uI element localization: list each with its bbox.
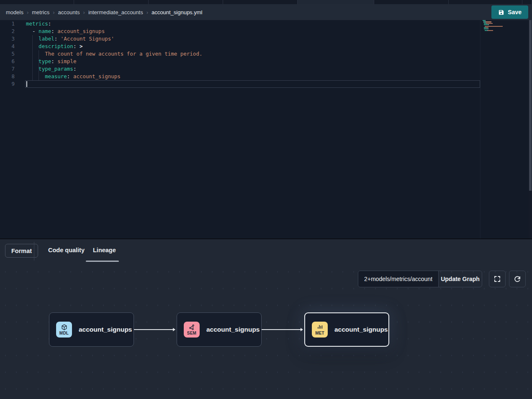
code-line[interactable]: type: simple [26,58,480,65]
code-token [26,36,39,42]
save-button[interactable]: Save [491,5,528,19]
format-button[interactable]: Format [5,244,38,258]
lineage-toolbar: Update Graph [358,271,526,287]
code-token: measure [45,73,67,79]
badge-label: SEM [187,331,196,335]
code-line[interactable]: - name: account_signups [26,28,480,35]
badge-label: MDL [59,331,69,335]
line-number: 8 [0,73,26,80]
top-tab[interactable] [0,0,74,4]
breadcrumb-item[interactable]: account_signups.yml [152,9,202,15]
code-line[interactable]: metrics: [26,20,480,28]
top-tab[interactable] [149,0,223,4]
top-tab[interactable] [223,0,298,4]
lineage-node-met[interactable]: METaccount_signups [304,312,389,347]
code-token: 'Account Signups' [61,36,114,42]
line-number: 3 [0,35,26,43]
ide-screen: models›metrics›accounts›intermediate_acc… [0,0,532,399]
lineage-edge [134,329,175,330]
code-token [26,66,39,72]
bottom-panel: Format Code quality Lineage Update Graph [0,238,532,399]
cube-icon [61,324,68,331]
minimap-line [483,21,529,22]
code-token: : [67,73,73,79]
selector-input[interactable] [358,271,438,287]
selector-group: Update Graph [358,271,482,287]
breadcrumb: models›metrics›accounts›intermediate_acc… [6,9,202,15]
breadcrumb-separator-icon: › [53,9,54,15]
code-token: type_params [39,66,73,72]
minimap-line [483,27,529,28]
code-line[interactable]: type_params: [26,65,480,73]
breadcrumb-item[interactable]: metrics [32,9,49,15]
code-token: account_signups [57,28,105,34]
code-line[interactable]: label: 'Account Signups' [26,35,480,43]
top-tab[interactable] [449,0,522,4]
code-token: : [54,36,61,42]
lineage-edge [262,329,303,330]
fullscreen-button[interactable] [489,271,506,287]
line-number: 6 [0,58,26,65]
minimap-line [483,28,529,29]
line-number: 4 [0,43,26,50]
code-token: : [73,66,77,72]
badge-label: MET [315,331,324,335]
code-token: : [51,28,57,34]
tab-lineage[interactable]: Lineage [93,247,116,253]
code-line[interactable] [26,80,480,88]
code-token: - [26,28,39,34]
code-editor[interactable]: 123456789 metrics: - name: account_signu… [0,20,532,238]
breadcrumb-separator-icon: › [83,9,85,15]
code-token: name [39,28,51,34]
breadcrumb-separator-icon: › [146,9,148,15]
code-token: : [73,43,80,49]
semantic-layer-icon [188,324,195,331]
metric-chart-icon [316,324,324,331]
tabrow-divider [34,242,34,261]
breadcrumb-item[interactable]: intermediate_accounts [88,9,143,15]
code-token: type [39,58,51,64]
save-label: Save [508,9,522,15]
breadcrumb-item[interactable]: models [6,9,23,15]
line-number: 7 [0,65,26,73]
lineage-node-mdl[interactable]: MDLaccount_signups [49,312,134,347]
active-tab-underline [86,261,119,262]
code-line[interactable]: The count of new accounts for a given ti… [26,50,480,58]
breadcrumb-bar: models›metrics›accounts›intermediate_acc… [0,4,532,20]
code-token: account_signups [73,73,121,79]
code-token [26,73,45,79]
editor-scrollbar[interactable] [529,20,532,238]
minimap-line [483,26,529,27]
code-token: description [39,43,73,49]
minimap-line [483,20,529,21]
code-token: : [51,58,57,64]
minimap-line [483,23,529,24]
top-tab[interactable] [74,0,149,4]
editor-scrollbar-thumb[interactable] [529,20,532,191]
code-line[interactable]: measure: account_signups [26,73,480,80]
code-token: : [48,20,51,27]
top-tab[interactable] [374,0,449,4]
code-line[interactable]: description: > [26,43,480,50]
top-tab[interactable] [298,0,374,4]
code-token: simple [57,58,76,64]
code-token [26,43,39,49]
code-token [26,58,39,64]
code-content[interactable]: metrics: - name: account_signups label: … [26,20,480,88]
cube-badge: MDL [56,322,72,338]
minimap[interactable] [480,20,529,238]
code-token: The count of new accounts for a given ti… [26,51,202,57]
line-number: 2 [0,28,26,35]
breadcrumb-item[interactable]: accounts [58,9,80,15]
update-graph-button[interactable]: Update Graph [438,271,482,287]
editor-gutter: 123456789 [0,20,26,88]
breadcrumb-separator-icon: › [27,9,28,15]
top-tab[interactable] [522,0,532,4]
refresh-button[interactable] [509,271,526,287]
lineage-node-sem[interactable]: SEMaccount_signups [177,312,262,347]
refresh-icon [514,275,521,283]
save-icon [498,9,504,15]
panel-tab-row: Format Code quality Lineage [0,239,532,263]
tab-code-quality[interactable]: Code quality [48,247,85,253]
top-tab-strip [0,0,532,4]
